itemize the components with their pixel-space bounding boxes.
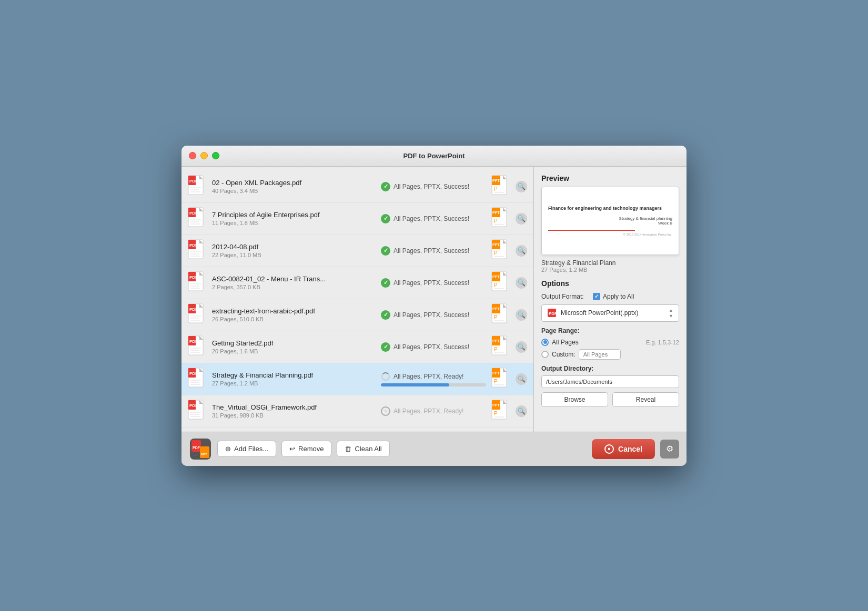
clock-icon: ○ <box>381 406 390 416</box>
file-info: Getting Started2.pdf 20 Pages, 1.6 MB <box>212 339 376 354</box>
file-info: extracting-text-from-arabic-pdf.pdf 26 P… <box>212 307 376 322</box>
file-item[interactable]: PDF 7 Principles of Agile Enterprises.pd… <box>181 203 533 235</box>
file-name: ASC-0082-01_02 - Menu - IR Trans... <box>212 275 376 283</box>
add-files-label: Add Files... <box>234 445 268 453</box>
svg-text:P: P <box>494 250 498 256</box>
output-dir-field[interactable] <box>541 375 679 388</box>
file-status: All Pages, PPTX, Success! <box>381 310 486 320</box>
svg-text:P: P <box>494 411 498 416</box>
magnify-button[interactable]: 🔍 <box>516 341 527 353</box>
close-button[interactable] <box>189 152 196 159</box>
file-progress-area: ○ All Pages, PPTX, Ready! <box>381 406 486 416</box>
main-window: PDF to PowerPoint PDF 02 - Open XML Pack… <box>181 146 687 466</box>
custom-radio[interactable] <box>541 351 549 358</box>
output-format-label: Output Format: <box>541 293 589 300</box>
file-status: ○ All Pages, PPTX, Ready! <box>381 406 486 416</box>
all-pages-radio[interactable] <box>541 339 549 346</box>
magnify-button[interactable]: 🔍 <box>516 277 527 289</box>
file-info: 02 - Open XML Packages.pdf 40 Pages, 3.4… <box>212 179 376 194</box>
magnify-button[interactable]: 🔍 <box>516 181 527 192</box>
pptx-file-icon: PPTX P <box>491 239 510 262</box>
svg-text:PDF: PDF <box>189 275 198 280</box>
trash-icon: 🗑 <box>345 445 351 453</box>
svg-text:PPTX: PPTX <box>492 211 502 215</box>
file-item[interactable]: PDF Getting Started2.pdf 20 Pages, 1.6 M… <box>181 331 533 363</box>
file-item[interactable]: PDF 02 - Open XML Packages.pdf 40 Pages,… <box>181 171 533 203</box>
custom-range-input[interactable] <box>579 349 621 360</box>
magnify-button[interactable]: 🔍 <box>516 309 527 321</box>
svg-text:PDF: PDF <box>549 311 557 316</box>
cancel-button[interactable]: ■ Cancel <box>592 439 655 459</box>
preview-info: Strategy & Financial Plann 27 Pages, 1.2… <box>541 259 679 273</box>
file-name: 2012-04-08.pdf <box>212 243 376 251</box>
svg-text:P: P <box>494 186 498 192</box>
pdf-file-icon: PDF <box>188 303 207 327</box>
options-heading: Options <box>541 279 679 288</box>
magnify-button[interactable]: 🔍 <box>516 245 527 257</box>
svg-text:PDF: PDF <box>189 371 198 376</box>
add-files-button[interactable]: ⊕ Add Files... <box>217 441 276 457</box>
file-info: 2012-04-08.pdf 22 Pages, 11.0 MB <box>212 243 376 258</box>
apply-all-check-icon <box>593 293 600 300</box>
range-hint: E.g. 1,5,3-12 <box>646 339 679 345</box>
file-status: All Pages, PPTX, Ready! <box>381 372 486 381</box>
pdf-file-icon: PDF <box>188 368 207 391</box>
stepper-arrows[interactable]: ▲ ▼ <box>669 308 673 319</box>
all-pages-label: All Pages <box>552 339 579 346</box>
svg-text:PDF: PDF <box>189 403 198 408</box>
svg-text:PDF: PDF <box>189 339 198 344</box>
pdf-file-icon: PDF <box>188 271 207 294</box>
file-list: PDF 02 - Open XML Packages.pdf 40 Pages,… <box>181 167 533 432</box>
success-icon <box>381 182 390 191</box>
minimize-button[interactable] <box>200 152 208 159</box>
preview-content-title: Finance for engineering and technology m… <box>548 206 672 211</box>
remove-icon: ↩ <box>289 445 295 453</box>
magnify-button[interactable]: 🔍 <box>516 405 527 417</box>
svg-text:→: → <box>193 453 197 457</box>
pdf-file-icon: PDF <box>188 239 207 262</box>
titlebar: PDF to PowerPoint <box>181 146 687 167</box>
app-icon: PDF PPT → <box>189 437 212 461</box>
svg-text:P: P <box>494 218 498 224</box>
file-item[interactable]: PDF extracting-text-from-arabic-pdf.pdf … <box>181 299 533 331</box>
file-status-text: All Pages, PPTX, Success! <box>393 215 469 222</box>
file-meta: 40 Pages, 3.4 MB <box>212 188 376 194</box>
maximize-button[interactable] <box>212 152 219 159</box>
window-controls <box>189 152 219 159</box>
output-dir-section: Output Directory: Browse Reveal <box>541 365 679 407</box>
add-files-icon: ⊕ <box>225 445 231 453</box>
file-status: All Pages, PPTX, Success! <box>381 278 486 288</box>
success-icon <box>381 310 390 320</box>
svg-text:PPTX: PPTX <box>492 243 502 247</box>
apply-all-checkbox[interactable]: Apply to All <box>593 293 634 300</box>
file-status: All Pages, PPTX, Success! <box>381 182 486 191</box>
magnify-button[interactable]: 🔍 <box>516 213 527 225</box>
file-item[interactable]: PDF ASC-0082-01_02 - Menu - IR Trans... … <box>181 267 533 299</box>
svg-text:PPTX: PPTX <box>492 275 502 279</box>
remove-button[interactable]: ↩ Remove <box>281 441 331 457</box>
reveal-button[interactable]: Reveal <box>612 392 679 407</box>
clean-all-button[interactable]: 🗑 Clean All <box>337 441 389 457</box>
preview-subtitle: Strategy & financial planningWeek 8 <box>548 216 672 226</box>
magnify-button[interactable]: 🔍 <box>516 373 527 385</box>
dir-buttons: Browse Reveal <box>541 392 679 407</box>
preview-filemeta: 27 Pages, 1.2 MB <box>541 267 679 273</box>
success-icon <box>381 214 390 223</box>
progress-bar-fill <box>381 383 449 386</box>
svg-text:P: P <box>494 347 498 352</box>
pptx-file-icon: PPTX P <box>491 335 510 359</box>
file-item[interactable]: PDF The_Virtual_OSGi_Framework.pdf 31 Pa… <box>181 395 533 427</box>
svg-text:PDF: PDF <box>189 179 198 184</box>
file-name: Getting Started2.pdf <box>212 339 376 347</box>
preview-thumbnail: Finance for engineering and technology m… <box>541 187 679 255</box>
preview-section: Preview Finance for engineering and tech… <box>541 174 679 273</box>
browse-button[interactable]: Browse <box>541 392 608 407</box>
format-selector[interactable]: PDF Microsoft PowerPoint(.pptx) ▲ ▼ <box>541 304 679 322</box>
settings-button[interactable]: ⚙ <box>660 440 679 459</box>
file-item[interactable]: PDF 2012-04-08.pdf 22 Pages, 11.0 MB All… <box>181 235 533 267</box>
cancel-circle-icon: ■ <box>604 444 614 454</box>
file-item[interactable]: PDF Strategy & Financial Planning.pdf 27… <box>181 363 533 395</box>
file-info: The_Virtual_OSGi_Framework.pdf 31 Pages,… <box>212 403 376 419</box>
file-name: 7 Principles of Agile Enterprises.pdf <box>212 211 376 219</box>
custom-range-row: Custom: <box>541 349 679 360</box>
